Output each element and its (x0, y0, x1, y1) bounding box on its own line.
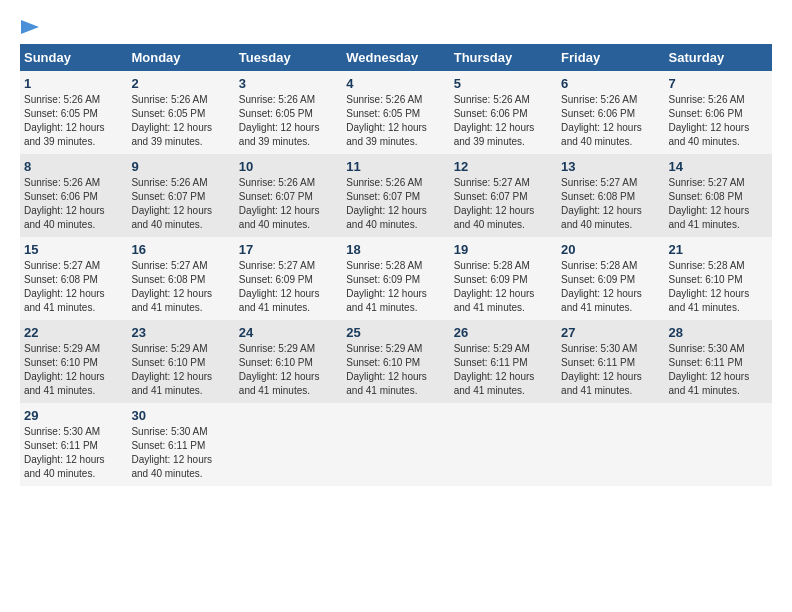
calendar-day-cell: 19 Sunrise: 5:28 AMSunset: 6:09 PMDaylig… (450, 237, 557, 320)
day-info: Sunrise: 5:27 AMSunset: 6:09 PMDaylight:… (239, 260, 320, 313)
calendar-day-cell: 25 Sunrise: 5:29 AMSunset: 6:10 PMDaylig… (342, 320, 449, 403)
header (20, 20, 772, 34)
calendar-day-cell: 30 Sunrise: 5:30 AMSunset: 6:11 PMDaylig… (127, 403, 234, 486)
calendar-header-tuesday: Tuesday (235, 44, 342, 71)
day-info: Sunrise: 5:26 AMSunset: 6:07 PMDaylight:… (239, 177, 320, 230)
day-info: Sunrise: 5:28 AMSunset: 6:09 PMDaylight:… (346, 260, 427, 313)
calendar-day-cell: 21 Sunrise: 5:28 AMSunset: 6:10 PMDaylig… (665, 237, 772, 320)
day-info: Sunrise: 5:28 AMSunset: 6:09 PMDaylight:… (561, 260, 642, 313)
day-info: Sunrise: 5:27 AMSunset: 6:08 PMDaylight:… (24, 260, 105, 313)
calendar-week-row: 15 Sunrise: 5:27 AMSunset: 6:08 PMDaylig… (20, 237, 772, 320)
day-number: 19 (454, 242, 553, 257)
day-number: 23 (131, 325, 230, 340)
day-info: Sunrise: 5:29 AMSunset: 6:10 PMDaylight:… (24, 343, 105, 396)
day-number: 18 (346, 242, 445, 257)
day-number: 2 (131, 76, 230, 91)
day-number: 17 (239, 242, 338, 257)
day-info: Sunrise: 5:30 AMSunset: 6:11 PMDaylight:… (24, 426, 105, 479)
calendar-day-cell (342, 403, 449, 486)
day-number: 14 (669, 159, 768, 174)
day-number: 24 (239, 325, 338, 340)
calendar-day-cell: 15 Sunrise: 5:27 AMSunset: 6:08 PMDaylig… (20, 237, 127, 320)
day-number: 21 (669, 242, 768, 257)
day-number: 10 (239, 159, 338, 174)
day-number: 3 (239, 76, 338, 91)
day-number: 13 (561, 159, 660, 174)
calendar-day-cell (665, 403, 772, 486)
day-number: 25 (346, 325, 445, 340)
day-info: Sunrise: 5:26 AMSunset: 6:07 PMDaylight:… (346, 177, 427, 230)
day-info: Sunrise: 5:26 AMSunset: 6:06 PMDaylight:… (454, 94, 535, 147)
day-number: 8 (24, 159, 123, 174)
day-number: 12 (454, 159, 553, 174)
day-info: Sunrise: 5:27 AMSunset: 6:08 PMDaylight:… (131, 260, 212, 313)
calendar-day-cell (235, 403, 342, 486)
calendar-day-cell: 6 Sunrise: 5:26 AMSunset: 6:06 PMDayligh… (557, 71, 664, 154)
calendar-day-cell: 23 Sunrise: 5:29 AMSunset: 6:10 PMDaylig… (127, 320, 234, 403)
day-info: Sunrise: 5:26 AMSunset: 6:05 PMDaylight:… (24, 94, 105, 147)
day-info: Sunrise: 5:29 AMSunset: 6:11 PMDaylight:… (454, 343, 535, 396)
calendar-day-cell: 7 Sunrise: 5:26 AMSunset: 6:06 PMDayligh… (665, 71, 772, 154)
day-info: Sunrise: 5:30 AMSunset: 6:11 PMDaylight:… (561, 343, 642, 396)
calendar-day-cell: 17 Sunrise: 5:27 AMSunset: 6:09 PMDaylig… (235, 237, 342, 320)
day-number: 22 (24, 325, 123, 340)
calendar-day-cell: 14 Sunrise: 5:27 AMSunset: 6:08 PMDaylig… (665, 154, 772, 237)
day-number: 5 (454, 76, 553, 91)
day-info: Sunrise: 5:27 AMSunset: 6:07 PMDaylight:… (454, 177, 535, 230)
calendar-day-cell (450, 403, 557, 486)
day-number: 4 (346, 76, 445, 91)
day-number: 6 (561, 76, 660, 91)
calendar-day-cell: 18 Sunrise: 5:28 AMSunset: 6:09 PMDaylig… (342, 237, 449, 320)
calendar-header-sunday: Sunday (20, 44, 127, 71)
day-number: 15 (24, 242, 123, 257)
day-info: Sunrise: 5:26 AMSunset: 6:05 PMDaylight:… (239, 94, 320, 147)
calendar-day-cell: 11 Sunrise: 5:26 AMSunset: 6:07 PMDaylig… (342, 154, 449, 237)
calendar-day-cell (557, 403, 664, 486)
day-number: 28 (669, 325, 768, 340)
day-info: Sunrise: 5:30 AMSunset: 6:11 PMDaylight:… (131, 426, 212, 479)
calendar-day-cell: 2 Sunrise: 5:26 AMSunset: 6:05 PMDayligh… (127, 71, 234, 154)
calendar-day-cell: 5 Sunrise: 5:26 AMSunset: 6:06 PMDayligh… (450, 71, 557, 154)
day-number: 30 (131, 408, 230, 423)
calendar-day-cell: 4 Sunrise: 5:26 AMSunset: 6:05 PMDayligh… (342, 71, 449, 154)
day-info: Sunrise: 5:28 AMSunset: 6:09 PMDaylight:… (454, 260, 535, 313)
day-info: Sunrise: 5:29 AMSunset: 6:10 PMDaylight:… (239, 343, 320, 396)
calendar-day-cell: 12 Sunrise: 5:27 AMSunset: 6:07 PMDaylig… (450, 154, 557, 237)
day-number: 26 (454, 325, 553, 340)
day-number: 1 (24, 76, 123, 91)
calendar-day-cell: 20 Sunrise: 5:28 AMSunset: 6:09 PMDaylig… (557, 237, 664, 320)
day-number: 16 (131, 242, 230, 257)
day-number: 27 (561, 325, 660, 340)
day-info: Sunrise: 5:26 AMSunset: 6:06 PMDaylight:… (561, 94, 642, 147)
calendar-day-cell: 3 Sunrise: 5:26 AMSunset: 6:05 PMDayligh… (235, 71, 342, 154)
calendar-day-cell: 1 Sunrise: 5:26 AMSunset: 6:05 PMDayligh… (20, 71, 127, 154)
day-info: Sunrise: 5:29 AMSunset: 6:10 PMDaylight:… (131, 343, 212, 396)
logo-arrow-icon (21, 20, 39, 34)
calendar-header-saturday: Saturday (665, 44, 772, 71)
day-number: 9 (131, 159, 230, 174)
calendar-day-cell: 29 Sunrise: 5:30 AMSunset: 6:11 PMDaylig… (20, 403, 127, 486)
calendar-table: SundayMondayTuesdayWednesdayThursdayFrid… (20, 44, 772, 486)
day-number: 7 (669, 76, 768, 91)
calendar-day-cell: 8 Sunrise: 5:26 AMSunset: 6:06 PMDayligh… (20, 154, 127, 237)
calendar-week-row: 29 Sunrise: 5:30 AMSunset: 6:11 PMDaylig… (20, 403, 772, 486)
day-info: Sunrise: 5:30 AMSunset: 6:11 PMDaylight:… (669, 343, 750, 396)
calendar-day-cell: 27 Sunrise: 5:30 AMSunset: 6:11 PMDaylig… (557, 320, 664, 403)
calendar-week-row: 8 Sunrise: 5:26 AMSunset: 6:06 PMDayligh… (20, 154, 772, 237)
day-info: Sunrise: 5:26 AMSunset: 6:05 PMDaylight:… (346, 94, 427, 147)
day-info: Sunrise: 5:28 AMSunset: 6:10 PMDaylight:… (669, 260, 750, 313)
calendar-day-cell: 9 Sunrise: 5:26 AMSunset: 6:07 PMDayligh… (127, 154, 234, 237)
calendar-header-monday: Monday (127, 44, 234, 71)
day-info: Sunrise: 5:26 AMSunset: 6:06 PMDaylight:… (24, 177, 105, 230)
day-number: 11 (346, 159, 445, 174)
day-number: 29 (24, 408, 123, 423)
calendar-header-row: SundayMondayTuesdayWednesdayThursdayFrid… (20, 44, 772, 71)
calendar-day-cell: 13 Sunrise: 5:27 AMSunset: 6:08 PMDaylig… (557, 154, 664, 237)
day-info: Sunrise: 5:27 AMSunset: 6:08 PMDaylight:… (669, 177, 750, 230)
calendar-day-cell: 24 Sunrise: 5:29 AMSunset: 6:10 PMDaylig… (235, 320, 342, 403)
calendar-day-cell: 16 Sunrise: 5:27 AMSunset: 6:08 PMDaylig… (127, 237, 234, 320)
day-info: Sunrise: 5:29 AMSunset: 6:10 PMDaylight:… (346, 343, 427, 396)
calendar-week-row: 22 Sunrise: 5:29 AMSunset: 6:10 PMDaylig… (20, 320, 772, 403)
calendar-day-cell: 10 Sunrise: 5:26 AMSunset: 6:07 PMDaylig… (235, 154, 342, 237)
calendar-header-friday: Friday (557, 44, 664, 71)
